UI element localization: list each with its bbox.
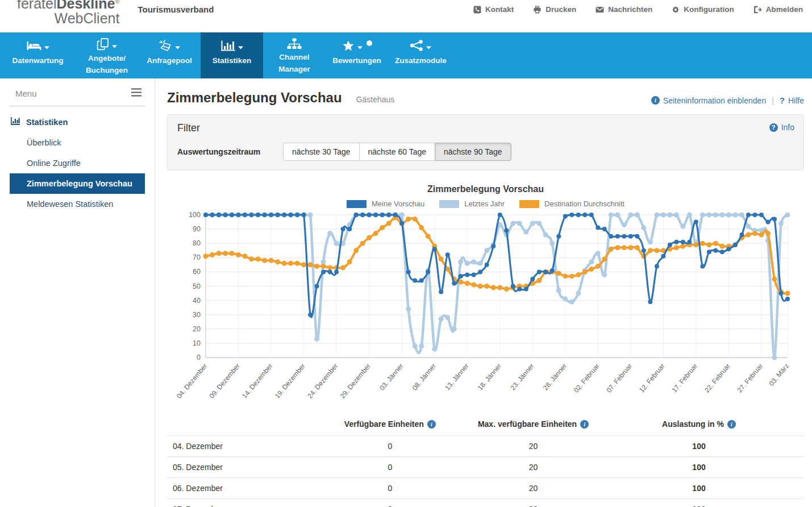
page-info-link[interactable]: iSeiteninformation einblenden <box>651 96 766 105</box>
abmelden-link[interactable]: Abmelden <box>753 5 803 14</box>
help-label: Hilfe <box>788 96 804 105</box>
top-menu: Kontakt Drucken Nachrichten Konfiguratio… <box>473 5 803 14</box>
feratel-logo: feratelDeskline® WebClient <box>17 0 119 26</box>
sitemap-icon <box>287 38 302 52</box>
svg-text:60: 60 <box>193 268 201 276</box>
info-icon[interactable]: i <box>427 420 436 429</box>
filter-info-link[interactable]: ?Info <box>769 123 794 132</box>
sidebar-item-label: Statistiken <box>26 118 68 127</box>
sidebar-item-statistiken[interactable]: Statistiken <box>10 111 145 132</box>
legend-swatch <box>439 200 459 208</box>
nav-label: Datenwartung <box>12 56 63 65</box>
svg-text:19. Dezember: 19. Dezember <box>273 362 307 400</box>
svg-text:30: 30 <box>193 311 201 319</box>
row-available: 0 <box>307 436 473 457</box>
sidebar-item-zimmerbelegung-vorschau[interactable]: Zimmerbelegung Vorschau <box>10 173 145 194</box>
column-date <box>167 414 307 436</box>
registered-mark: ® <box>115 0 119 5</box>
printer-icon <box>533 6 542 14</box>
hamburger-icon[interactable] <box>131 88 141 99</box>
notification-dot <box>367 40 372 46</box>
period-90-days-button[interactable]: nächste 90 Tage <box>435 143 511 161</box>
client-name: Tourismusverband <box>138 5 214 14</box>
drucken-link[interactable]: Drucken <box>533 5 576 14</box>
svg-text:23. Jänner: 23. Jänner <box>509 362 535 392</box>
main-navbar: Datenwartung Angebote/Buchungen Anfragep… <box>0 32 812 78</box>
sidebar-item-ueberblick[interactable]: Überblick <box>10 132 145 153</box>
info-icon: i <box>651 96 660 105</box>
nav-tab-anfragepool[interactable]: Anfragepool <box>138 32 201 78</box>
sidebar-item-online-zugriffe[interactable]: Online Zugriffe <box>10 153 145 173</box>
svg-text:70: 70 <box>193 254 201 261</box>
svg-text:50: 50 <box>193 282 201 290</box>
konfiguration-label: Konfiguration <box>684 5 734 14</box>
share-icon <box>410 40 423 53</box>
chevron-down-icon <box>44 41 49 52</box>
legend-destination-durchschnitt[interactable]: Destination Durchschnitt <box>519 200 624 208</box>
question-mark-icon: ? <box>780 95 785 105</box>
sidebar-item-label: Meldewesen Statistiken <box>27 200 113 209</box>
sidebar-item-label: Zimmerbelegung Vorschau <box>27 179 132 188</box>
legend-letztes-jahr[interactable]: Letztes Jahr <box>439 200 505 208</box>
table-header-row: Verfügbare Einheiteni Max. verfügbare Ei… <box>167 414 804 436</box>
svg-text:27. Februar: 27. Februar <box>736 362 765 394</box>
svg-text:07. Februar: 07. Februar <box>605 362 634 394</box>
occupancy-table: Verfügbare Einheiteni Max. verfügbare Ei… <box>167 414 804 507</box>
bar-chart-icon <box>221 40 235 53</box>
nachrichten-link[interactable]: Nachrichten <box>596 5 652 14</box>
link-divider: | <box>772 96 774 105</box>
svg-text:80: 80 <box>193 239 201 247</box>
nav-tab-bewertungen[interactable]: Bewertungen <box>326 32 388 78</box>
row-occupancy: 100 <box>594 436 804 457</box>
nav-label: Bewertungen <box>332 56 381 65</box>
kontakt-label: Kontakt <box>485 5 514 14</box>
occupancy-chart: 010203040506070809010004. Dezember09. De… <box>167 208 803 406</box>
period-60-days-button[interactable]: nächste 60 Tage <box>359 143 436 161</box>
envelope-icon <box>596 6 604 13</box>
table-row: 06. Dezember 0 20 100 <box>167 478 804 499</box>
chart-section: Zimmerbelegung Vorschau Meine Vorschau L… <box>167 184 804 406</box>
chevron-down-icon <box>357 41 363 52</box>
help-link[interactable]: ?Hilfe <box>780 95 804 105</box>
filter-panel: Filter ?Info Auswertungszeitraum nächste… <box>167 114 804 171</box>
svg-text:100: 100 <box>189 211 201 219</box>
page-info-label: Seiteninformation einblenden <box>663 96 766 105</box>
legend-swatch <box>347 200 367 208</box>
row-occupancy: 100 <box>594 478 804 499</box>
logo-product-name: Deskline <box>56 0 115 11</box>
kontakt-link[interactable]: Kontakt <box>473 5 514 14</box>
nav-tab-statistiken[interactable]: Statistiken <box>201 32 263 78</box>
drucken-label: Drucken <box>546 5 576 14</box>
info-icon[interactable]: i <box>727 420 736 429</box>
sidebar: Menu Statistiken Überblick Online Zugrif… <box>0 78 155 507</box>
sidebar-item-label: Überblick <box>27 138 61 147</box>
page-title: Zimmerbelegung Vorschau <box>167 90 342 106</box>
nav-tab-datenwartung[interactable]: Datenwartung <box>0 32 76 78</box>
svg-text:29. Dezember: 29. Dezember <box>339 362 372 400</box>
row-max: 20 <box>473 436 594 457</box>
konfiguration-link[interactable]: Konfiguration <box>672 5 734 14</box>
nav-label: Statistiken <box>213 56 251 65</box>
nav-label: Anfragepool <box>147 56 192 65</box>
nav-tab-angebote-buchungen[interactable]: Angebote/Buchungen <box>76 32 138 78</box>
svg-text:14. Dezember: 14. Dezember <box>240 362 274 400</box>
svg-text:12. Februar: 12. Februar <box>638 362 667 394</box>
logo-brand: feratel <box>17 0 56 11</box>
sidebar-menu-header: Menu <box>10 86 145 106</box>
nav-tab-channel-manager[interactable]: ChannelManager <box>263 32 326 78</box>
svg-text:08. Jänner: 08. Jänner <box>411 362 438 392</box>
nav-tab-zusatzmodule[interactable]: Zusatzmodule <box>388 32 453 78</box>
legend-meine-vorschau[interactable]: Meine Vorschau <box>347 200 424 208</box>
nav-label-2: Manager <box>278 65 310 73</box>
nav-label-2: Buchungen <box>86 66 128 74</box>
sidebar-item-meldewesen-statistiken[interactable]: Meldewesen Statistiken <box>10 194 145 214</box>
page-subtitle: Gästehaus <box>356 95 395 104</box>
period-30-days-button[interactable]: nächste 30 Tage <box>283 143 360 161</box>
info-icon[interactable]: i <box>580 420 589 429</box>
row-max: 20 <box>473 478 594 499</box>
bar-chart-icon <box>11 117 20 127</box>
column-available: Verfügbare Einheiteni <box>307 414 473 436</box>
gear-icon <box>672 6 680 14</box>
row-occupancy: 100 <box>594 499 804 507</box>
svg-text:24. Dezember: 24. Dezember <box>306 362 339 400</box>
